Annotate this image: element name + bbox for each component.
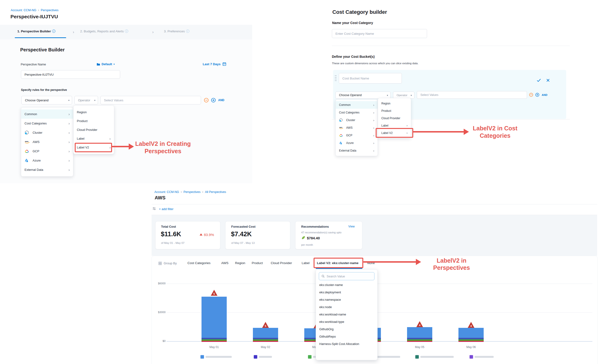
menu-item-azure[interactable]: Azure› [336, 139, 378, 147]
chart-bar[interactable] [459, 328, 484, 342]
groupby-cost-categories[interactable]: Cost Categories [188, 261, 211, 265]
search-icon [321, 275, 325, 278]
groupby-cloud-provider[interactable]: Cloud Provider [271, 261, 292, 265]
tab-budgets-reports-alerts[interactable]: 2. Budgets, Reports and Alertsi [80, 29, 128, 33]
menu-item-cost-categories[interactable]: Cost Categories› [21, 119, 73, 128]
groupby-aws[interactable]: AWS [221, 261, 228, 265]
menu-item-gcp[interactable]: GCP› [336, 131, 378, 139]
confirm-check-icon[interactable] [537, 78, 541, 82]
cost-category-name-input[interactable] [332, 29, 427, 38]
groupby-region[interactable]: Region [235, 261, 245, 265]
choose-operand-select[interactable]: Choose Operand▾ [21, 96, 72, 104]
groupby-product[interactable]: Product [252, 261, 263, 265]
breadcrumb-perspectives-link[interactable]: Perspectives [183, 190, 201, 194]
cost-bucket-name-input[interactable] [339, 73, 402, 84]
select-values-input[interactable] [417, 91, 527, 99]
perspective-name-input[interactable] [21, 70, 120, 79]
value-option[interactable]: eks:namespace [316, 296, 377, 303]
anomaly-badge[interactable]: 5 [211, 290, 217, 296]
and-button[interactable]: AND [218, 99, 224, 102]
chevron-right-icon: › [109, 137, 111, 140]
value-options-list: eks:cluster-nameeks:deploymenteks:namesp… [316, 281, 377, 348]
breadcrumb-perspectives-link[interactable]: Perspectives [41, 8, 58, 12]
submenu-item-product[interactable]: Product [74, 117, 114, 125]
perspective-title: AWS [155, 195, 166, 201]
submenu-item-product[interactable]: Product [378, 107, 411, 114]
chevron-right-icon: › [68, 131, 70, 135]
and-button[interactable]: AND [542, 93, 547, 96]
menu-item-external-data[interactable]: External Data› [336, 147, 378, 154]
value-option[interactable]: eks:workload-name [316, 311, 377, 318]
value-option[interactable]: eks:deployment [316, 289, 377, 296]
value-option[interactable]: Harness-Split Cost Allocation [316, 340, 377, 348]
close-icon[interactable] [546, 78, 550, 82]
annotation-creating-perspectives: LabelV2 in Creating Perspectives [133, 140, 193, 155]
bar-segment [202, 297, 227, 338]
menu-item-cluster[interactable]: Cluster› [21, 128, 73, 137]
operator-select[interactable]: Operator▾ [393, 92, 414, 99]
submenu-item-label[interactable]: Label› [74, 134, 114, 143]
menu-item-aws[interactable]: aws AWS› [336, 124, 378, 131]
add-filter-button[interactable]: + add filter [159, 207, 173, 211]
submenu-item-cloud-provider[interactable]: Cloud Provider [378, 114, 411, 122]
labelv2-highlight-box [376, 128, 413, 138]
info-icon: i [52, 29, 56, 33]
value-option[interactable]: GithubRepo [316, 333, 377, 340]
value-option[interactable]: eks:workload-type [316, 318, 377, 326]
menu-item-azure[interactable]: Azure› [21, 156, 73, 165]
legend-swatch [253, 355, 257, 359]
screenshot-canvas: Account: CCM-NG›Perspectives Perspective… [0, 0, 600, 364]
breadcrumb-all-perspectives-link[interactable]: All Perspectives [205, 190, 226, 194]
breadcrumb-account-link[interactable]: Account: CCM-NG [154, 190, 179, 194]
remove-rule-icon[interactable] [204, 98, 209, 103]
info-icon: i [186, 29, 189, 33]
menu-item-aws[interactable]: aws AWS› [21, 137, 73, 147]
legend-swatch [308, 355, 312, 359]
chevron-right-icon: › [68, 149, 70, 153]
submenu-item-cloud-provider[interactable]: Cloud Provider [74, 125, 114, 134]
submenu-item-region[interactable]: Region [74, 108, 114, 117]
value-option[interactable]: eks:node [316, 303, 377, 311]
operator-select[interactable]: Operator▾ [75, 96, 98, 104]
menu-item-external-data[interactable]: External Data› [21, 165, 73, 174]
select-values-input[interactable] [100, 96, 201, 104]
menu-item-gcp[interactable]: GCP› [21, 147, 73, 156]
legend-label [420, 356, 454, 358]
chevron-right-icon: › [68, 159, 70, 162]
annotation-arrow-line [413, 131, 464, 132]
groupby-label-item[interactable]: Label [302, 261, 309, 265]
date-range-picker[interactable]: Last 7 Days [203, 62, 226, 66]
drag-handle[interactable] [335, 75, 337, 82]
anomaly-badge[interactable]: 4 [416, 321, 423, 327]
anomaly-badge[interactable]: 4 [468, 322, 474, 328]
anomaly-badge[interactable]: 5 [262, 322, 269, 328]
chevron-down-icon: ▾ [387, 94, 388, 97]
menu-item-cluster[interactable]: Cluster› [336, 116, 378, 124]
gridline [167, 312, 592, 313]
search-value-input[interactable] [327, 275, 372, 278]
tab-preferences[interactable]: 3. Preferencesi [164, 29, 189, 33]
breadcrumb-separator: › [181, 190, 182, 194]
chart-bar[interactable] [202, 297, 227, 342]
value-option[interactable]: eks:cluster-name [316, 281, 377, 289]
search-value-box[interactable] [319, 272, 375, 280]
add-rule-icon[interactable] [211, 98, 216, 103]
menu-item-common[interactable]: Common› [21, 109, 73, 119]
chart-bar[interactable] [407, 327, 432, 342]
tab-perspective-builder[interactable]: 1. Perspective Builderi [17, 29, 56, 33]
view-link[interactable]: View [348, 225, 355, 228]
legend-label [475, 356, 494, 358]
chevron-right-icon: › [68, 168, 70, 172]
add-rule-icon[interactable] [535, 93, 539, 97]
choose-operand-select[interactable]: Choose Operand▾ [336, 92, 391, 99]
folder-selector[interactable]: Default ▾ [97, 62, 115, 66]
menu-item-common[interactable]: Common› [336, 101, 378, 109]
remove-rule-icon[interactable] [529, 93, 533, 97]
value-option[interactable]: GithubOrg [316, 326, 377, 333]
submenu-item-region[interactable]: Region [378, 100, 411, 107]
divider [151, 204, 597, 204]
breadcrumb-account-link[interactable]: Account: CCM-NG [11, 8, 36, 12]
filter-icon[interactable] [152, 207, 156, 211]
menu-item-cost-categories[interactable]: Cost Categories› [336, 109, 378, 116]
chart-bar[interactable] [253, 328, 278, 342]
